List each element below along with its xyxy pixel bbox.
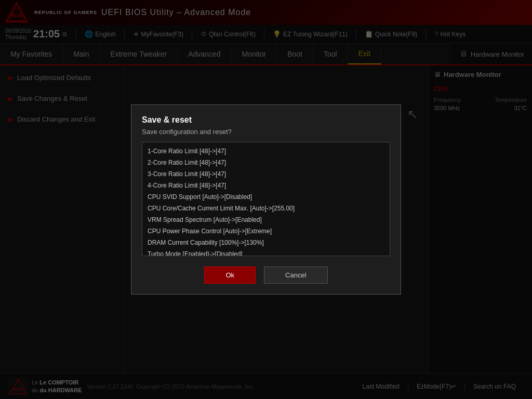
- modal-list-item: CPU Power Phase Control [Auto]->[Extreme…: [142, 225, 390, 237]
- modal-changes-list[interactable]: 1-Core Ratio Limit [48]->[47]2-Core Rati…: [142, 142, 390, 256]
- modal-list-item: 1-Core Ratio Limit [48]->[47]: [142, 145, 390, 157]
- save-reset-modal: Save & reset Save configuration and rese…: [131, 104, 401, 295]
- modal-list-item: Turbo Mode [Enabled]->[Disabled]: [142, 248, 390, 256]
- modal-buttons: Ok Cancel: [142, 267, 390, 284]
- modal-list-item: CPU Core/Cache Current Limit Max. [Auto]…: [142, 203, 390, 214]
- modal-list-item: DRAM Current Capability [100%]->[130%]: [142, 237, 390, 248]
- ok-button[interactable]: Ok: [204, 267, 256, 284]
- modal-list-item: 3-Core Ratio Limit [48]->[47]: [142, 168, 390, 180]
- modal-list-item: CPU SVID Support [Auto]->[Disabled]: [142, 191, 390, 203]
- modal-list-item: VRM Spread Spectrum [Auto]->[Enabled]: [142, 214, 390, 225]
- modal-title: Save & reset: [142, 115, 390, 125]
- modal-subtitle: Save configuration and reset?: [142, 128, 390, 136]
- modal-list-item: 2-Core Ratio Limit [48]->[47]: [142, 157, 390, 168]
- modal-list-item: 4-Core Ratio Limit [48]->[47]: [142, 180, 390, 191]
- modal-overlay: Save & reset Save configuration and rese…: [0, 0, 532, 399]
- cancel-button[interactable]: Cancel: [264, 267, 327, 284]
